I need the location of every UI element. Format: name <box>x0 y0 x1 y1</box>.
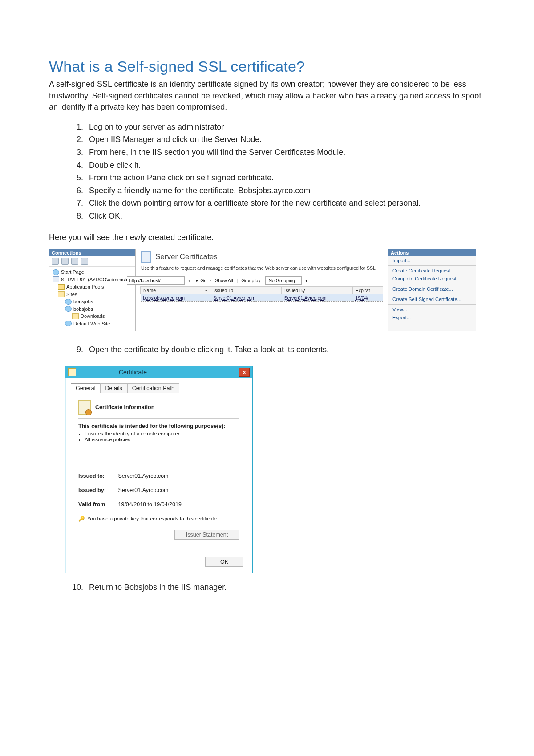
tree-app-pools[interactable]: Application Pools <box>66 283 104 291</box>
intro-paragraph: A self-signed SSL certificate is an iden… <box>49 79 485 113</box>
tree-server[interactable]: SERVER01 (AYRCO\administr <box>61 276 128 284</box>
step-item: Click the down pointing arrow for a cert… <box>85 197 485 209</box>
site-icon <box>65 299 72 305</box>
groupby-select[interactable]: No Grouping <box>265 276 302 285</box>
tree-bonsjobs[interactable]: bonsjobs <box>73 298 93 305</box>
valid-from-label: Valid from <box>78 501 117 508</box>
divider <box>388 265 476 266</box>
divider <box>388 304 476 305</box>
cert-info-icon <box>78 400 91 415</box>
server-icon <box>53 276 59 282</box>
step-item: Return to Bobsjobs in the IIS manager. <box>85 581 485 593</box>
certificate-dialog: Certificate x General Details Certificat… <box>65 366 253 573</box>
site-icon <box>65 306 72 312</box>
action-import[interactable]: Import... <box>388 256 476 264</box>
close-button[interactable]: x <box>239 368 250 377</box>
connections-tree[interactable]: Start Page SERVER01 (AYRCO\administr App… <box>49 267 135 331</box>
server-certificates-icon <box>141 251 151 263</box>
steps-list-1: Log on to your server as administrator O… <box>49 121 485 222</box>
dialog-titlebar[interactable]: Certificate x <box>65 366 252 378</box>
step-item: Open the certificate by double clicking … <box>85 344 485 356</box>
toolbar-icon[interactable] <box>61 258 69 265</box>
cell-name[interactable]: bobsjobs.ayrco.com <box>141 294 210 301</box>
action-export[interactable]: Export... <box>388 313 476 321</box>
step-item: Double click it. <box>85 159 485 171</box>
action-complete-request[interactable]: Complete Certificate Request... <box>388 275 476 283</box>
valid-from-value: 19/04/2018 to 19/04/2019 <box>118 501 182 508</box>
step-item: Click OK. <box>85 210 485 222</box>
action-create-self-signed[interactable]: Create Self-Signed Certificate... <box>388 295 476 303</box>
col-issued-by[interactable]: Issued By <box>282 286 353 294</box>
divider <box>388 284 476 284</box>
step-item: From the action Pane click on self signe… <box>85 172 485 184</box>
filter-input[interactable] <box>127 276 185 285</box>
dialog-tabs[interactable]: General Details Certification Path <box>65 378 252 393</box>
certificate-icon <box>68 368 76 376</box>
cell-issued-to[interactable]: Server01.Ayrco.com <box>210 294 282 301</box>
tree-bobsjobs[interactable]: bobsjobs <box>73 305 93 313</box>
filter-show-all[interactable]: Show All <box>215 278 233 283</box>
step-item: Specify a friendly name for the certific… <box>85 185 485 197</box>
certificates-grid[interactable]: Name▴ Issued To Issued By Expirat bobsjo… <box>140 286 383 302</box>
cert-info-heading: Certificate Information <box>95 404 154 411</box>
iis-server-certificates-screenshot: Connections Start Page SERVER01 (AYRCO\a… <box>49 249 476 331</box>
page-title: What is a Self-signed SSL certificate? <box>49 58 485 75</box>
tab-general[interactable]: General <box>71 383 100 393</box>
purpose-item: Ensures the identity of a remote compute… <box>85 431 239 436</box>
divider <box>78 468 239 468</box>
issued-by-value: Server01.Ayrco.com <box>118 487 168 493</box>
folder-icon <box>72 313 79 319</box>
site-icon <box>65 321 72 326</box>
tree-default-site[interactable]: Default Web Site <box>73 320 110 328</box>
groupby-label: Group by: <box>241 278 262 283</box>
col-name[interactable]: Name▴ <box>141 286 210 294</box>
action-view[interactable]: View... <box>388 305 476 313</box>
tab-general-page: Certificate Information This certificate… <box>71 393 247 545</box>
cell-expires[interactable]: 19/04/ <box>352 294 383 301</box>
folder-icon <box>58 291 65 297</box>
step-item: Open IIS Manager and click on the Server… <box>85 134 485 146</box>
col-issued-to[interactable]: Issued To <box>210 286 282 294</box>
filter-toolbar[interactable]: ▾ ▼ Go · Show All | Group by: No Groupin… <box>136 275 388 286</box>
private-key-note: You have a private key that corresponds … <box>87 516 218 521</box>
filter-go[interactable]: Go <box>200 278 206 283</box>
col-expires[interactable]: Expirat <box>352 286 383 294</box>
steps-list-3: Return to Bobsjobs in the IIS manager. <box>49 581 485 593</box>
tree-start-page[interactable]: Start Page <box>61 268 84 276</box>
divider <box>388 294 476 294</box>
tab-details[interactable]: Details <box>100 383 127 393</box>
toolbar-icon[interactable] <box>81 258 88 265</box>
folder-icon <box>58 284 65 290</box>
action-create-request[interactable]: Create Certificate Request... <box>388 267 476 275</box>
table-row[interactable]: bobsjobs.ayrco.com Server01.Ayrco.com Se… <box>141 294 383 301</box>
main-panel-description: Use this feature to request and manage c… <box>136 264 388 275</box>
step-item: From here, in the IIS section you will f… <box>85 146 485 159</box>
purposes-title: This certificate is intended for the fol… <box>78 423 239 429</box>
tree-sites[interactable]: Sites <box>66 291 77 298</box>
dialog-title: Certificate <box>119 369 147 376</box>
toolbar-icon[interactable] <box>71 258 78 265</box>
purpose-item: All issuance policies <box>85 437 239 442</box>
step-item: Log on to your server as administrator <box>85 121 485 133</box>
key-icon: 🔑 <box>78 516 85 522</box>
actions-header: Actions <box>388 249 476 256</box>
tab-certification-path[interactable]: Certification Path <box>127 383 179 393</box>
tree-downloads[interactable]: Downloads <box>81 313 105 320</box>
after-steps-text: Here you will see the newly created cert… <box>49 232 485 244</box>
divider <box>78 418 239 419</box>
cell-issued-by[interactable]: Server01.Ayrco.com <box>282 294 353 301</box>
connections-toolbar[interactable] <box>49 256 135 267</box>
steps-list-2: Open the certificate by double clicking … <box>49 344 485 356</box>
issued-by-label: Issued by: <box>78 487 117 493</box>
issuer-statement-button[interactable]: Issuer Statement <box>174 530 239 540</box>
start-page-icon <box>53 269 59 275</box>
action-create-domain-cert[interactable]: Create Domain Certificate... <box>388 285 476 293</box>
main-panel-title: Server Certificates <box>155 252 218 261</box>
connections-header: Connections <box>49 249 135 256</box>
toolbar-icon[interactable] <box>52 258 59 265</box>
issued-to-label: Issued to: <box>78 473 117 479</box>
ok-button[interactable]: OK <box>205 557 243 567</box>
issued-to-value: Server01.Ayrco.com <box>118 473 168 479</box>
